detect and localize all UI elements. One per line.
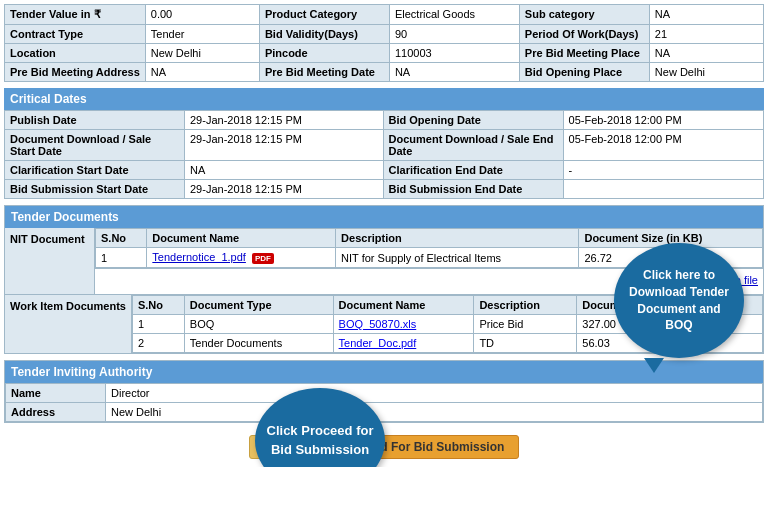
- label-pincode: Pincode: [259, 44, 389, 63]
- value-sub-category: NA: [649, 5, 763, 25]
- work-col-doctype: Document Type: [184, 296, 333, 315]
- critical-dates-header: Critical Dates: [4, 88, 764, 110]
- value-bid-submission-start: 29-Jan-2018 12:15 PM: [185, 180, 384, 199]
- authority-name-row: Name Director: [6, 384, 763, 403]
- label-bid-validity: Bid Validity(Days): [259, 25, 389, 44]
- label-pre-bid-address: Pre Bid Meeting Address: [5, 63, 146, 82]
- nit-desc-1: NIT for Supply of Electrical Items: [336, 248, 579, 268]
- value-bid-validity: 90: [389, 25, 519, 44]
- value-authority-name: Director: [106, 384, 763, 403]
- work-col-desc: Description: [474, 296, 577, 315]
- nit-docname-1[interactable]: Tendernotice_1.pdf PDF: [147, 248, 336, 268]
- download-tooltip-text: Click here to Download Tender Document a…: [624, 267, 734, 334]
- value-doc-download-end: 05-Feb-2018 12:00 PM: [563, 130, 763, 161]
- nit-col-description: Description: [336, 229, 579, 248]
- nit-col-sno: S.No: [96, 229, 147, 248]
- nit-document-label: NIT Document: [5, 228, 95, 294]
- work-doctype-1: BOQ: [184, 315, 333, 334]
- value-publish-date: 29-Jan-2018 12:15 PM: [185, 111, 384, 130]
- value-clarification-end: -: [563, 161, 763, 180]
- value-pre-bid-meeting-place: NA: [649, 44, 763, 63]
- label-contract-type: Contract Type: [5, 25, 146, 44]
- label-clarification-end: Clarification End Date: [383, 161, 563, 180]
- work-doctype-2: Tender Documents: [184, 334, 333, 353]
- label-product-category: Product Category: [259, 5, 389, 25]
- label-bid-submission-start: Bid Submission Start Date: [5, 180, 185, 199]
- label-doc-download-end: Document Download / Sale End Date: [383, 130, 563, 161]
- work-docname-2[interactable]: Tender_Doc.pdf: [333, 334, 474, 353]
- label-clarification-start: Clarification Start Date: [5, 161, 185, 180]
- nit-doc-link-1[interactable]: Tendernotice_1.pdf: [152, 251, 246, 263]
- value-bid-opening-date: 05-Feb-2018 12:00 PM: [563, 111, 763, 130]
- value-pre-bid-meeting-date: NA: [389, 63, 519, 82]
- pdf-icon: PDF: [252, 253, 274, 264]
- authority-table: Name Director Address New Delhi: [5, 383, 763, 422]
- critical-dates-container: Critical Dates Publish Date 29-Jan-2018 …: [4, 88, 764, 199]
- top-info-table: Tender Value in ₹ 0.00 Product Category …: [4, 4, 764, 82]
- authority-address-row: Address New Delhi: [6, 403, 763, 422]
- value-period-of-work: 21: [649, 25, 763, 44]
- work-desc-1: Price Bid: [474, 315, 577, 334]
- work-col-sno: S.No: [132, 296, 184, 315]
- value-bid-submission-end: [563, 180, 763, 199]
- label-bid-opening-place: Bid Opening Place: [519, 63, 649, 82]
- value-pincode: 110003: [389, 44, 519, 63]
- nit-sno-1: 1: [96, 248, 147, 268]
- work-doc-link-2[interactable]: Tender_Doc.pdf: [339, 337, 417, 349]
- main-container: Tender Value in ₹ 0.00 Product Category …: [0, 0, 768, 467]
- label-period-of-work: Period Of Work(Days): [519, 25, 649, 44]
- label-bid-opening-date: Bid Opening Date: [383, 111, 563, 130]
- work-desc-2: TD: [474, 334, 577, 353]
- download-tooltip-bubble[interactable]: Click here to Download Tender Document a…: [614, 243, 744, 358]
- work-sno-2: 2: [132, 334, 184, 353]
- value-product-category: Electrical Goods: [389, 5, 519, 25]
- bid-bubble-text: Click Proceed for Bid Submission: [265, 422, 375, 458]
- value-location: New Delhi: [145, 44, 259, 63]
- value-contract-type: Tender: [145, 25, 259, 44]
- work-sno-1: 1: [132, 315, 184, 334]
- label-publish-date: Publish Date: [5, 111, 185, 130]
- nit-col-docname: Document Name: [147, 229, 336, 248]
- work-item-label: Work Item Documents: [5, 295, 132, 353]
- label-tender-value: Tender Value in ₹: [5, 5, 146, 25]
- authority-content: Name Director Address New Delhi Click Pr…: [5, 383, 763, 422]
- critical-dates-table: Publish Date 29-Jan-2018 12:15 PM Bid Op…: [4, 110, 764, 199]
- work-doc-link-1[interactable]: BOQ_50870.xls: [339, 318, 417, 330]
- value-clarification-start: NA: [185, 161, 384, 180]
- value-pre-bid-address: NA: [145, 63, 259, 82]
- work-docname-1[interactable]: BOQ_50870.xls: [333, 315, 474, 334]
- value-authority-address: New Delhi: [106, 403, 763, 422]
- label-bid-submission-end: Bid Submission End Date: [383, 180, 563, 199]
- label-pre-bid-meeting-date: Pre Bid Meeting Date: [259, 63, 389, 82]
- label-authority-name: Name: [6, 384, 106, 403]
- work-col-docname: Document Name: [333, 296, 474, 315]
- value-bid-opening-place: New Delhi: [649, 63, 763, 82]
- label-pre-bid-meeting-place: Pre Bid Meeting Place: [519, 44, 649, 63]
- label-doc-download-start: Document Download / Sale Start Date: [5, 130, 185, 161]
- value-doc-download-start: 29-Jan-2018 12:15 PM: [185, 130, 384, 161]
- tender-documents-header: Tender Documents: [5, 206, 763, 228]
- label-location: Location: [5, 44, 146, 63]
- label-sub-category: Sub category: [519, 5, 649, 25]
- label-authority-address: Address: [6, 403, 106, 422]
- value-tender-value: 0.00: [145, 5, 259, 25]
